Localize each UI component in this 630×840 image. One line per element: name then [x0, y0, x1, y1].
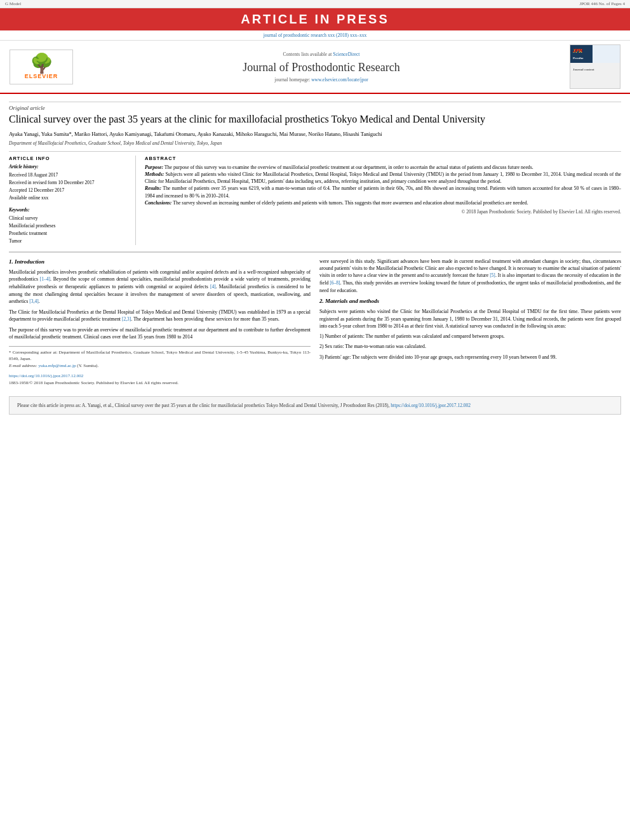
citation-doi-link[interactable]: https://doi.org/10.1016/j.jpor.2017.12.0… — [391, 403, 471, 408]
available-date: Available online xxx — [9, 194, 129, 202]
main-content: Original article Clinical survey over th… — [0, 94, 630, 390]
doi-section: https://doi.org/10.1016/j.jpor.2017.12.0… — [9, 373, 311, 386]
section1-para2: The Clinic for Maxillofacial Prosthetics… — [9, 309, 311, 323]
g-model-ref: JPOR 446 No. of Pages 4 — [579, 1, 625, 6]
abstract-column: ABSTRACT Purpose: The purpose of this su… — [145, 156, 621, 245]
article-type: Original article — [9, 102, 621, 111]
citation-text: Please cite this article in press as: A.… — [17, 403, 389, 408]
section1-para3: The purpose of this survey was to provid… — [9, 326, 311, 341]
article-in-press-banner: ARTICLE IN PRESS — [0, 8, 630, 30]
body-col-left: 1. Introduction Maxillofacial prosthetic… — [9, 258, 311, 387]
history-label: Article history: — [9, 164, 129, 170]
ref-4[interactable]: [4] — [210, 284, 216, 290]
email-footnote: E-mail address: yuka.mfp@tmd.ac.jp (Y. S… — [9, 363, 311, 370]
footnote-area: * Corresponding author at: Department of… — [9, 346, 311, 370]
conclusions-text: The survey showed an increasing number o… — [173, 200, 528, 206]
ref-1-4[interactable]: [1–4] — [40, 276, 50, 282]
g-model-bar: G Model JPOR 446 No. of Pages 4 — [0, 0, 630, 8]
svg-text:Prostho: Prostho — [573, 57, 584, 60]
article-title: Clinical survey over the past 35 years a… — [9, 113, 621, 126]
g-model-label: G Model — [5, 1, 21, 6]
conclusions-label: Conclusions: — [145, 200, 171, 206]
journal-homepage: journal homepage: www.elsevier.com/locat… — [83, 77, 560, 83]
tree-icon: 🌳 — [30, 54, 53, 73]
journal-header: 🌳 ELSEVIER Contents lists available at S… — [0, 41, 630, 94]
methods-label: Methods: — [145, 171, 164, 177]
section2-para1: Subjects were patients who visited the C… — [319, 308, 621, 330]
elsevier-logo: 🌳 ELSEVIER — [10, 50, 73, 84]
sciencedirect-link[interactable]: ScienceDirect — [333, 51, 359, 57]
authors: Ayaka Yanagi, Yuka Sumita*, Mariko Hatto… — [9, 130, 621, 138]
ref-5[interactable]: [5] — [490, 272, 495, 278]
copyright-line: © 2018 Japan Prosthodontic Society. Publ… — [145, 209, 621, 215]
section1-heading: 1. Introduction — [9, 258, 311, 266]
section1-right-para1: were surveyed in this study. Significant… — [319, 258, 621, 295]
revised-date: Received in revised form 10 December 201… — [9, 179, 129, 187]
body-section: 1. Introduction Maxillofacial prosthetic… — [9, 251, 621, 387]
results-label: Results: — [145, 185, 161, 191]
issn-line: 1883-1958/© 2018 Japan Prosthodontic Soc… — [9, 380, 311, 387]
abstract-text: Purpose: The purpose of this survey was … — [145, 164, 621, 207]
ref-3-4[interactable]: [3,4] — [29, 298, 38, 304]
keywords-section: Keywords: Clinical survey Maxillofacial … — [9, 207, 129, 245]
methods-text: Subjects were all patients who visited C… — [145, 171, 621, 184]
contents-line: Contents lists available at ScienceDirec… — [83, 51, 560, 57]
journal-title: Journal of Prosthodontic Research — [83, 61, 560, 74]
doi-link[interactable]: https://doi.org/10.1016/j.jpor.2017.12.0… — [9, 373, 311, 380]
svg-text:Journal content: Journal content — [573, 68, 594, 71]
body-two-col: 1. Introduction Maxillofacial prosthetic… — [9, 258, 621, 387]
journal-thumbnail: JPR JPR Prostho Journal content — [570, 44, 620, 89]
keywords-label: Keywords: — [9, 207, 129, 213]
affiliation: Department of Maxillofacial Prosthetics,… — [9, 140, 621, 146]
list-item-2: 2) Sex ratio: The man-to-woman ratio was… — [319, 343, 621, 350]
article-info-label: ARTICLE INFO — [9, 156, 129, 161]
section1-para1: Maxillofacial prosthetics involves prost… — [9, 269, 311, 305]
journal-thumbnail-area: JPR JPR Prostho Journal content — [566, 44, 624, 89]
abstract-label: ABSTRACT — [145, 156, 621, 161]
svg-rect-4 — [570, 63, 620, 88]
homepage-link[interactable]: www.elsevier.com/locate/jpor — [311, 77, 368, 83]
section2-heading: 2. Materials and methods — [319, 297, 621, 305]
article-info-column: ARTICLE INFO Article history: Received 1… — [9, 156, 136, 245]
ref-6-8[interactable]: [6–8] — [330, 280, 340, 286]
article-info-abstract: ARTICLE INFO Article history: Received 1… — [9, 151, 621, 245]
ref-2-3[interactable]: [2,3] — [122, 316, 131, 322]
journal-info: Contents lists available at ScienceDirec… — [83, 44, 560, 89]
accepted-date: Accepted 12 December 2017 — [9, 187, 129, 194]
citation-box: Please cite this article in press as: A.… — [9, 396, 621, 415]
email-link[interactable]: yuka.mfp@tmd.ac.jp — [38, 363, 76, 368]
list-item-3: 3) Patients' age: The subjects were divi… — [319, 354, 621, 361]
elsevier-logo-area: 🌳 ELSEVIER — [6, 44, 76, 89]
purpose-label: Purpose: — [145, 164, 163, 170]
corresponding-footnote: * Corresponding author at: Department of… — [9, 349, 311, 363]
purpose-text: The purpose of this survey was to examin… — [164, 164, 533, 170]
keyword-3: Prosthetic treatment — [9, 230, 129, 237]
body-col-right: were surveyed in this study. Significant… — [319, 258, 621, 387]
list-item-1: 1) Number of patients: The number of pat… — [319, 333, 621, 340]
keyword-1: Clinical survey — [9, 215, 129, 222]
received-date: Received 18 August 2017 — [9, 171, 129, 179]
elsevier-wordmark: ELSEVIER — [25, 73, 58, 79]
keyword-4: Tumor — [9, 237, 129, 245]
keyword-2: Maxillofacial prostheses — [9, 222, 129, 230]
journal-ref-line: journal of prosthodontic research xxx (2… — [0, 30, 630, 41]
results-text: The number of patients over 35 years was… — [145, 185, 621, 198]
